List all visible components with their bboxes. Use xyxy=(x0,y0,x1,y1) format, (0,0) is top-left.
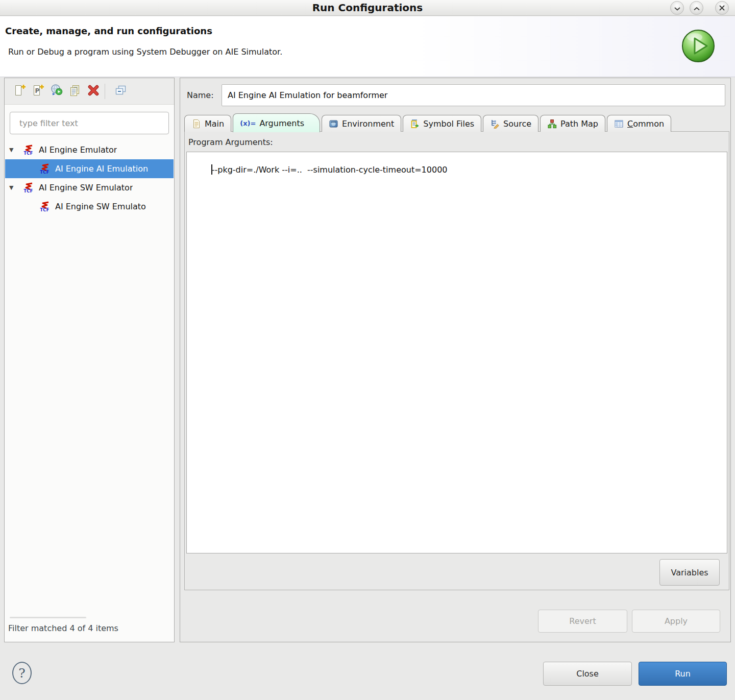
sidebar-toolbar: P xyxy=(5,78,174,105)
run-configurations-dialog: Run Configurations Create, manage, and r… xyxy=(0,0,735,700)
program-arguments-label: Program Arguments: xyxy=(188,137,273,147)
tree-item-ai-engine-emulator[interactable]: ▼ TCF AI Engine Emulator xyxy=(5,140,174,159)
close-button[interactable]: Close xyxy=(543,662,632,686)
configuration-tabs: Main (x)= Arguments Environment xyxy=(184,114,673,132)
source-icon xyxy=(490,119,500,129)
delete-button[interactable] xyxy=(84,82,103,101)
tcf-launch-icon: TCF xyxy=(21,182,35,194)
tab-label: Main xyxy=(205,119,224,129)
document-icon xyxy=(191,119,201,129)
arguments-group: Program Arguments: --pkg-dir=./Work --i=… xyxy=(184,131,729,590)
restore-button[interactable] xyxy=(690,1,703,15)
header-banner: Create, manage, and run configurations R… xyxy=(0,16,735,77)
new-configuration-icon xyxy=(13,84,27,99)
sidebar-divider xyxy=(10,617,86,618)
tab-label: Common xyxy=(627,119,664,129)
window-titlebar: Run Configurations xyxy=(0,0,735,16)
variables-button[interactable]: Variables xyxy=(659,559,720,586)
new-configuration-button[interactable] xyxy=(11,82,29,101)
page-title: Create, manage, and run configurations xyxy=(5,26,212,36)
close-icon xyxy=(719,3,725,13)
tcf-launch-icon: TCF xyxy=(38,163,52,175)
tab-label: Source xyxy=(503,119,531,129)
configurations-sidebar: P xyxy=(4,78,175,642)
name-label: Name: xyxy=(187,90,214,100)
tab-main[interactable]: Main xyxy=(184,115,231,132)
export-configurations-icon xyxy=(50,84,63,99)
expander-icon[interactable]: ▼ xyxy=(9,184,21,191)
tcf-launch-icon: TCF xyxy=(21,144,35,156)
arguments-icon: (x)= xyxy=(240,119,256,127)
duplicate-icon xyxy=(68,84,82,99)
window-title: Run Configurations xyxy=(312,2,423,14)
filter-status-text: Filter matched 4 of 4 items xyxy=(8,623,118,633)
tree-item-ai-engine-ai-emulation[interactable]: TCF AI Engine AI Emulation xyxy=(5,159,174,178)
tab-path-map[interactable]: Path Map xyxy=(540,115,605,132)
tree-item-ai-engine-sw-emulation[interactable]: TCF AI Engine SW Emulato xyxy=(5,197,174,216)
configurations-tree: ▼ TCF AI Engine Emulator TCF AI Engine A… xyxy=(5,140,174,216)
toolbar-separator xyxy=(105,84,105,99)
tab-label: Symbol Files xyxy=(423,119,474,129)
chevron-down-icon xyxy=(674,3,680,13)
collapse-all-icon xyxy=(114,84,127,99)
tab-environment[interactable]: Environment xyxy=(322,115,401,132)
tab-source[interactable]: Source xyxy=(483,115,538,132)
close-window-button[interactable] xyxy=(715,1,729,15)
tree-item-label: AI Engine SW Emulator xyxy=(39,183,133,192)
duplicate-button[interactable] xyxy=(66,82,84,101)
chevron-up-icon xyxy=(694,3,700,13)
filter-input[interactable] xyxy=(10,112,169,134)
table-icon xyxy=(614,119,624,129)
tab-label: Environment xyxy=(342,119,394,129)
tree-item-label: AI Engine Emulator xyxy=(39,145,117,155)
tab-label: Arguments xyxy=(259,118,304,128)
name-input[interactable] xyxy=(222,84,725,106)
program-arguments-textarea[interactable]: --pkg-dir=./Work --i=.. --simulation-cyc… xyxy=(186,152,727,553)
collapse-all-button[interactable] xyxy=(111,82,130,101)
tab-symbol-files[interactable]: Symbol Files xyxy=(403,115,481,132)
tcf-launch-icon: TCF xyxy=(38,201,52,212)
run-button[interactable]: Run xyxy=(639,662,727,686)
new-prototype-icon: P xyxy=(32,84,45,99)
help-icon: ? xyxy=(18,666,25,681)
help-button[interactable]: ? xyxy=(12,662,32,684)
tab-arguments[interactable]: (x)= Arguments xyxy=(233,113,320,132)
minimize-button[interactable] xyxy=(670,1,684,15)
page-subtitle: Run or Debug a program using System Debu… xyxy=(8,47,282,57)
export-configurations-button[interactable] xyxy=(47,82,66,101)
tree-item-label: AI Engine AI Emulation xyxy=(55,164,148,174)
tree-item-label: AI Engine SW Emulato xyxy=(55,202,146,211)
expander-icon[interactable]: ▼ xyxy=(9,147,21,153)
svg-text:P: P xyxy=(35,87,40,94)
configuration-detail-panel: Name: Main (x)= Arguments xyxy=(180,78,731,642)
new-prototype-button[interactable]: P xyxy=(29,82,47,101)
program-arguments-text: --pkg-dir=./Work --i=.. --simulation-cyc… xyxy=(212,165,448,175)
symbol-files-icon xyxy=(410,119,420,129)
tab-label: Path Map xyxy=(560,119,598,129)
tree-item-ai-engine-sw-emulator[interactable]: ▼ TCF AI Engine SW Emulator xyxy=(5,178,174,197)
delete-icon xyxy=(87,84,100,99)
apply-button[interactable]: Apply xyxy=(632,610,720,633)
revert-button[interactable]: Revert xyxy=(538,610,627,633)
tab-common[interactable]: Common xyxy=(607,115,671,132)
window-controls xyxy=(670,1,729,15)
path-map-icon xyxy=(547,119,557,129)
run-banner-icon xyxy=(681,29,716,63)
environment-icon xyxy=(329,119,338,129)
